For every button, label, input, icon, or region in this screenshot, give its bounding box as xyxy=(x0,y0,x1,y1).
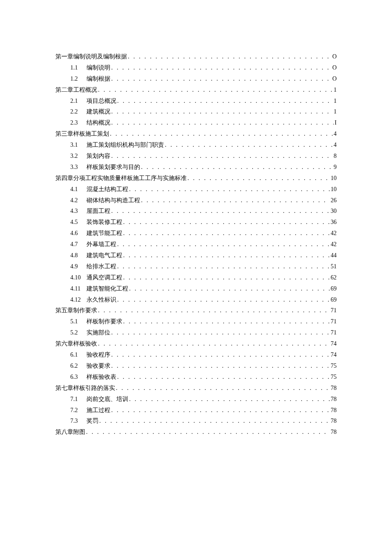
toc-entry: 4.7外幕墙工程 42 xyxy=(70,239,337,250)
toc-entry-text: 样板制作要求 xyxy=(86,316,122,327)
toc-page-number: 78 xyxy=(331,383,337,394)
toc-dot-leader xyxy=(117,372,330,383)
toc-dot-leader xyxy=(187,173,330,184)
toc-entry-text: 样板验收表 xyxy=(86,372,116,383)
toc-dot-leader xyxy=(98,338,330,349)
toc-entry: 7.2施工过程 78 xyxy=(70,405,337,416)
toc-entry-text: 施工过程 xyxy=(86,405,110,416)
toc-page-number: 74 xyxy=(331,338,337,349)
toc-dot-leader xyxy=(110,128,333,139)
toc-entry: 第二章工程概况 1 xyxy=(55,84,337,96)
toc-entry: 6.3样板验收表 75 xyxy=(70,372,337,383)
toc-page-number: 26 xyxy=(331,195,337,206)
toc-entry-text: 给排水工程 xyxy=(86,261,116,272)
toc-entry-text: 建筑概况 xyxy=(86,106,110,117)
toc-page-number: 42 xyxy=(331,239,337,250)
toc-dot-leader xyxy=(99,416,330,427)
toc-entry: 2.1项目总概况 1 xyxy=(70,96,337,107)
toc-entry-text: 策划内容 xyxy=(86,151,110,162)
toc-entry-text: 实施部位 xyxy=(86,327,110,338)
toc-entry: 第三章样板施工策划 4 xyxy=(55,128,337,139)
toc-entry-number: 4.5 xyxy=(70,217,86,228)
toc-entry-text: 第八章附图 xyxy=(55,427,85,438)
toc-entry-text: 第五章制作要求 xyxy=(55,305,97,316)
toc-entry-text: 验收程序 xyxy=(86,349,110,360)
toc-entry-text: 项目总概况 xyxy=(86,96,116,107)
toc-page-number: O xyxy=(332,73,337,84)
toc-entry: 7.3奖罚 78 xyxy=(70,416,337,427)
toc-entry-number: 3.2 xyxy=(70,151,86,162)
toc-entry-number: 2.1 xyxy=(70,96,86,107)
toc-page-number: O xyxy=(332,62,337,73)
toc-dot-leader xyxy=(117,239,330,250)
toc-page-number: 74 xyxy=(331,349,337,360)
toc-entry-text: 验收要求 xyxy=(86,360,110,372)
toc-dot-leader xyxy=(111,405,330,416)
toc-page-number: 42 xyxy=(331,228,337,239)
toc-entry-number: 1.2 xyxy=(70,73,86,84)
toc-entry-number: 4.8 xyxy=(70,250,86,261)
toc-page-number: 9 xyxy=(334,162,337,173)
toc-entry: 4.9给排水工程 51 xyxy=(70,261,337,272)
toc-entry-text: 第六章样板验收 xyxy=(55,338,97,349)
toc-page-number: 8 xyxy=(334,151,337,162)
toc-dot-leader xyxy=(98,84,333,96)
toc-dot-leader xyxy=(86,427,330,438)
toc-entry: 5.1样板制作要求 71 xyxy=(70,316,337,327)
toc-page-number: 51 xyxy=(331,261,337,272)
toc-entry-text: 奖罚 xyxy=(86,416,98,427)
toc-entry-number: 4.12 xyxy=(70,294,86,305)
toc-entry: 4.2砌体结构与构造工程 26 xyxy=(70,195,337,206)
toc-entry-text: 结构概况 xyxy=(86,117,110,128)
toc-dot-leader xyxy=(117,96,333,107)
toc-entry-text: 第一章编制说明及编制根据 xyxy=(55,51,127,62)
toc-page-number: 69 xyxy=(331,283,337,294)
toc-dot-leader xyxy=(111,327,330,338)
toc-page-number: 44 xyxy=(331,250,337,261)
toc-dot-leader xyxy=(123,316,330,327)
toc-entry: 4.8建筑电气工程 44 xyxy=(70,250,337,261)
toc-page-number: 4 xyxy=(334,139,337,151)
toc-entry-number: 4.10 xyxy=(70,272,86,283)
toc-entry: 6.2验收要求 75 xyxy=(70,360,337,372)
toc-page-number: 71 xyxy=(331,327,337,338)
toc-page-number: 78 xyxy=(331,405,337,416)
toc-dot-leader xyxy=(123,272,330,283)
toc-entry-number: 4.2 xyxy=(70,195,86,206)
toc-entry-number: 4.11 xyxy=(70,283,86,294)
toc-entry: 4.6建筑节能工程 42 xyxy=(70,228,337,239)
toc-entry-number: 2.2 xyxy=(70,106,86,117)
toc-page-number: 4 xyxy=(334,128,337,139)
toc-entry-text: 第四章分项工程实物质量样板施工工序与实施标准 xyxy=(55,173,187,184)
toc-entry-number: 7.2 xyxy=(70,405,86,416)
toc-entry: 第四章分项工程实物质量样板施工工序与实施标准 10 xyxy=(55,173,337,184)
toc-entry-number: 7.1 xyxy=(70,394,86,405)
toc-entry-number: 5.1 xyxy=(70,316,86,327)
toc-page-number: 30 xyxy=(331,206,337,217)
toc-entry: 3.3样板策划要求与目的 9 xyxy=(70,162,337,173)
toc-entry: 第八章附图 78 xyxy=(55,427,337,438)
toc-dot-leader xyxy=(116,383,330,394)
toc-dot-leader xyxy=(165,139,333,151)
toc-entry-text: 第二章工程概况 xyxy=(55,84,97,96)
toc-entry-text: 样板策划要求与目的 xyxy=(86,162,140,173)
toc-dot-leader xyxy=(111,349,330,360)
toc-dot-leader xyxy=(111,106,333,117)
toc-dot-leader xyxy=(129,184,330,195)
toc-dot-leader xyxy=(141,162,333,173)
toc-dot-leader xyxy=(111,73,331,84)
toc-entry: 4.3屋面工程 30 xyxy=(70,206,337,217)
toc-dot-leader xyxy=(128,51,331,62)
toc-dot-leader xyxy=(141,195,330,206)
toc-dot-leader xyxy=(129,283,330,294)
toc-entry: 2.3结构概况 I xyxy=(70,117,337,128)
toc-entry-number: 2.3 xyxy=(70,117,86,128)
toc-page-number: O xyxy=(332,51,337,62)
toc-entry-text: 装饰装修工程 xyxy=(86,217,122,228)
toc-dot-leader xyxy=(111,62,331,73)
toc-entry-text: 建筑电气工程 xyxy=(86,250,122,261)
toc-page-number: 78 xyxy=(331,394,337,405)
toc-entry-number: 4.6 xyxy=(70,228,86,239)
toc-entry: 第七章样板引路的落实 78 xyxy=(55,383,337,394)
toc-entry: 6.1验收程序 74 xyxy=(70,349,337,360)
